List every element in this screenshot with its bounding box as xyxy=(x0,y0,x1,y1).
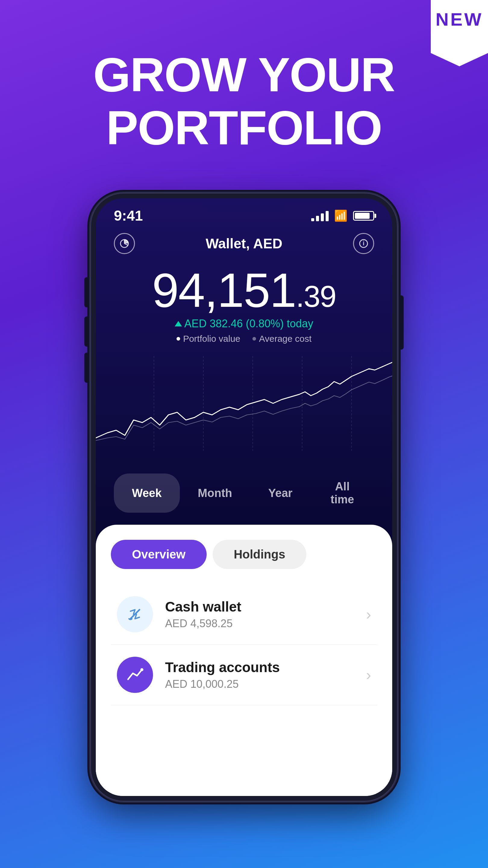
hero-line1: GROW YOUR xyxy=(0,48,488,101)
battery-icon xyxy=(353,211,374,221)
account-list: Cash wallet AED 4,598.25 › xyxy=(111,584,377,705)
info-icon[interactable]: i xyxy=(353,233,374,254)
time-filter-week[interactable]: Week xyxy=(114,473,180,513)
status-time: 9:41 xyxy=(114,207,143,224)
portfolio-legend: Portfolio value Average cost xyxy=(114,334,374,344)
phone-screen: 9:41 📶 xyxy=(96,198,392,796)
cash-wallet-name: Cash wallet xyxy=(165,598,366,615)
hero-text: GROW YOUR PORTFOLIO xyxy=(0,48,488,154)
trading-account-value: AED 10,000.25 xyxy=(165,678,366,690)
phone-mockup: 9:41 📶 xyxy=(90,193,398,801)
chart-svg xyxy=(96,356,392,458)
svg-text:i: i xyxy=(363,240,364,247)
tab-bar: Overview Holdings xyxy=(111,540,377,569)
svg-line-2 xyxy=(124,244,128,245)
legend-dot-portfolio xyxy=(176,337,180,341)
legend-dot-avg xyxy=(253,337,256,341)
trading-account-name: Trading accounts xyxy=(165,659,366,675)
tab-holdings[interactable]: Holdings xyxy=(213,540,306,569)
signal-bar-2 xyxy=(316,216,319,221)
cash-wallet-icon-wrap xyxy=(117,596,153,632)
trading-account-icon-wrap xyxy=(117,657,153,693)
time-filter-month[interactable]: Month xyxy=(180,473,250,513)
signal-bar-1 xyxy=(311,218,314,221)
pie-chart-icon[interactable] xyxy=(114,233,135,254)
portfolio-section: 94,151.39 AED 382.46 (0.80%) today Portf… xyxy=(96,260,392,344)
nav-title: Wallet, AED xyxy=(206,236,283,252)
trading-account-icon xyxy=(124,664,145,685)
legend-avg-label: Average cost xyxy=(259,334,312,344)
new-badge-text: NEW xyxy=(435,9,483,30)
time-filters: Week Month Year All time xyxy=(96,464,392,525)
legend-portfolio-label: Portfolio value xyxy=(183,334,240,344)
new-badge: NEW xyxy=(422,0,488,72)
signal-bar-3 xyxy=(321,213,324,221)
cash-wallet-value: AED 4,598.25 xyxy=(165,617,366,630)
status-icons: 📶 xyxy=(311,210,374,222)
time-filter-alltime[interactable]: All time xyxy=(311,473,374,513)
portfolio-value-main: 94,151 xyxy=(152,263,296,317)
account-item-trading[interactable]: Trading accounts AED 10,000.25 › xyxy=(111,645,377,705)
trading-account-info: Trading accounts AED 10,000.25 xyxy=(165,659,366,690)
signal-icon xyxy=(311,210,329,221)
cash-wallet-icon xyxy=(124,604,145,625)
legend-avg: Average cost xyxy=(253,334,312,344)
portfolio-change: AED 382.46 (0.80%) today xyxy=(114,317,374,330)
account-item-cash[interactable]: Cash wallet AED 4,598.25 › xyxy=(111,584,377,645)
portfolio-value-decimal: .39 xyxy=(296,279,336,313)
trading-account-chevron: › xyxy=(366,666,371,684)
legend-portfolio: Portfolio value xyxy=(176,334,240,344)
phone-notch xyxy=(202,198,286,213)
wifi-icon: 📶 xyxy=(334,210,348,222)
up-arrow-icon xyxy=(175,321,182,327)
hero-line2: PORTFOLIO xyxy=(0,101,488,154)
phone-outer: 9:41 📶 xyxy=(90,193,398,801)
portfolio-chart xyxy=(96,344,392,464)
cash-wallet-info: Cash wallet AED 4,598.25 xyxy=(165,598,366,630)
portfolio-change-text: AED 382.46 (0.80%) today xyxy=(184,317,313,330)
svg-point-10 xyxy=(140,668,143,671)
tab-overview[interactable]: Overview xyxy=(111,540,207,569)
portfolio-value: 94,151.39 xyxy=(114,266,374,314)
nav-bar: Wallet, AED i xyxy=(96,224,392,260)
cash-wallet-chevron: › xyxy=(366,606,371,623)
signal-bar-4 xyxy=(326,211,329,221)
white-card: Overview Holdings xyxy=(96,525,392,796)
time-filter-year[interactable]: Year xyxy=(250,473,311,513)
battery-fill xyxy=(355,213,369,219)
